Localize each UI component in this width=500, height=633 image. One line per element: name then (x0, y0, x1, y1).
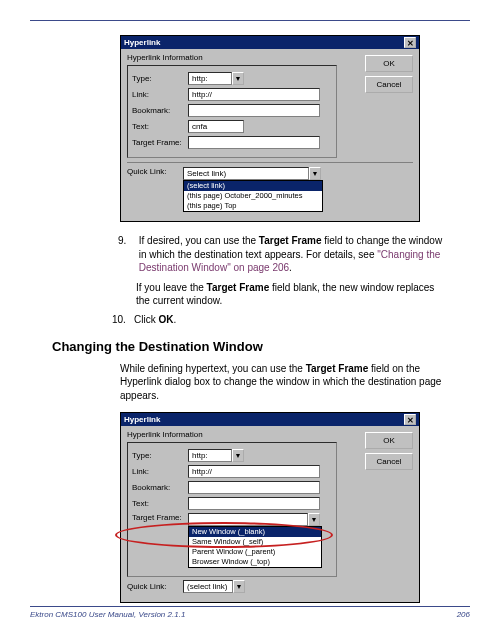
bold-text: Target Frame (259, 235, 322, 246)
quicklink-select[interactable]: Select link) (183, 167, 309, 180)
list-item[interactable]: New Window (_blank) (189, 527, 321, 537)
bookmark-input[interactable] (188, 104, 320, 117)
cancel-button[interactable]: Cancel (365, 76, 413, 93)
step-number: 10. (112, 314, 134, 325)
close-icon[interactable]: ✕ (404, 37, 416, 48)
link-input[interactable]: http:// (188, 465, 320, 478)
step-9: 9. If desired, you can use the Target Fr… (118, 234, 470, 275)
target-frame-label: Target Frame: (132, 138, 188, 147)
text-input[interactable]: cnfa (188, 120, 244, 133)
body-text: While defining hypertext, you can use th… (120, 363, 306, 374)
dialog-titlebar: Hyperlink ✕ (121, 413, 419, 426)
body-text: If desired, you can use the (139, 235, 259, 246)
bookmark-label: Bookmark: (132, 483, 188, 492)
ok-button[interactable]: OK (365, 55, 413, 72)
dialog-title: Hyperlink (124, 38, 160, 47)
chevron-down-icon[interactable]: ▼ (232, 449, 244, 462)
bold-text: Target Frame (306, 363, 369, 374)
list-item[interactable]: (select link) (184, 181, 322, 191)
target-frame-input[interactable] (188, 136, 320, 149)
body-paragraph: While defining hypertext, you can use th… (120, 362, 452, 403)
page-footer: Ektron CMS100 User Manual, Version 2.1.1… (30, 606, 470, 619)
chevron-down-icon[interactable]: ▼ (309, 167, 321, 180)
step-10: 10.Click OK. (112, 314, 470, 325)
cancel-button[interactable]: Cancel (365, 453, 413, 470)
top-rule (30, 20, 470, 21)
quicklink-label: Quick Link: (127, 167, 183, 176)
step-number: 9. (118, 234, 136, 248)
ok-button[interactable]: OK (365, 432, 413, 449)
bold-text: OK (158, 314, 173, 325)
dialog-titlebar: Hyperlink ✕ (121, 36, 419, 49)
close-icon[interactable]: ✕ (404, 414, 416, 425)
text-input[interactable] (188, 497, 320, 510)
link-label: Link: (132, 90, 188, 99)
type-label: Type: (132, 451, 188, 460)
list-item[interactable]: Browser Window (_top) (189, 557, 321, 567)
body-text: . (173, 314, 176, 325)
bold-text: Target Frame (207, 282, 270, 293)
dialog-title: Hyperlink (124, 415, 160, 424)
hyperlink-dialog-2: Hyperlink ✕ OK Cancel Hyperlink Informat… (120, 412, 420, 603)
hyperlink-dialog-1: Hyperlink ✕ OK Cancel Hyperlink Informat… (120, 35, 420, 222)
body-text: If you leave the (136, 282, 207, 293)
footer-left: Ektron CMS100 User Manual, Version 2.1.1 (30, 610, 185, 619)
target-frame-select[interactable] (188, 513, 308, 526)
type-label: Type: (132, 74, 188, 83)
chevron-down-icon[interactable]: ▼ (233, 580, 245, 593)
text-label: Text: (132, 499, 188, 508)
type-select[interactable]: http: (188, 72, 232, 85)
body-text: . (289, 262, 292, 273)
step-9-followup: If you leave the Target Frame field blan… (136, 281, 446, 308)
target-frame-label: Target Frame: (132, 513, 188, 522)
list-item[interactable]: Same Window (_self) (189, 537, 321, 547)
footer-page-number: 206 (457, 610, 470, 619)
type-select[interactable]: http: (188, 449, 232, 462)
section-heading: Changing the Destination Window (52, 339, 470, 354)
chevron-down-icon[interactable]: ▼ (308, 513, 320, 526)
bookmark-label: Bookmark: (132, 106, 188, 115)
link-label: Link: (132, 467, 188, 476)
link-input[interactable]: http:// (188, 88, 320, 101)
list-item[interactable]: (this page) October_2000_minutes (184, 191, 322, 201)
quicklink-select[interactable]: (select link) (183, 580, 233, 593)
chevron-down-icon[interactable]: ▼ (232, 72, 244, 85)
list-item[interactable]: Parent Window (_parent) (189, 547, 321, 557)
quicklink-label: Quick Link: (127, 582, 183, 591)
list-item[interactable]: (this page) Top (184, 201, 322, 211)
bookmark-input[interactable] (188, 481, 320, 494)
text-label: Text: (132, 122, 188, 131)
body-text: Click (134, 314, 158, 325)
